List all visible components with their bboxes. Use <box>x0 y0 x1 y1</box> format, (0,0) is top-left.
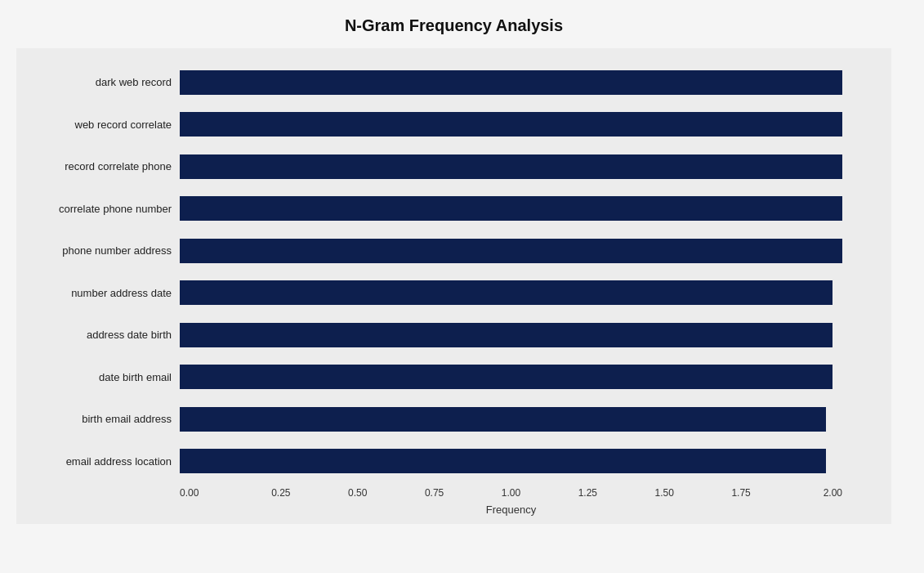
bar-row: email address location <box>180 445 842 477</box>
bar-fill <box>180 112 842 137</box>
bar-track <box>180 323 842 347</box>
bar-row: correlate phone number <box>180 193 842 224</box>
chart-title: N-Gram Frequency Analysis <box>16 16 891 35</box>
bar-label: web record correlate <box>16 119 172 131</box>
bar-track <box>180 154 842 179</box>
bar-row: record correlate phone <box>180 151 842 182</box>
bar-track <box>180 70 842 95</box>
x-tick: 1.00 <box>487 487 536 499</box>
bar-track <box>180 449 842 473</box>
bar-fill <box>180 280 832 305</box>
x-tick: 1.25 <box>563 487 612 499</box>
bar-fill <box>180 70 842 95</box>
bar-row: phone number address <box>180 235 842 266</box>
bar-fill <box>180 407 826 432</box>
bar-label: email address location <box>16 455 172 468</box>
x-tick: 1.75 <box>716 487 766 499</box>
bar-label: record correlate phone <box>16 160 172 172</box>
bar-fill <box>180 196 842 221</box>
bar-label: phone number address <box>16 244 172 257</box>
x-tick: 2.00 <box>793 487 842 499</box>
x-tick: 0.25 <box>257 487 306 499</box>
bars-section: dark web recordweb record correlaterecor… <box>180 61 842 482</box>
x-axis-label: Frequency <box>180 504 842 516</box>
bar-track <box>180 365 842 389</box>
bar-row: dark web record <box>180 67 842 98</box>
bar-row: web record correlate <box>180 109 842 140</box>
bar-track <box>180 239 842 263</box>
chart-area: dark web recordweb record correlaterecor… <box>16 48 891 524</box>
bar-row: birth email address <box>180 404 842 435</box>
bar-row: address date birth <box>180 320 842 351</box>
x-tick: 0.00 <box>180 487 229 499</box>
x-tick: 0.75 <box>410 487 459 499</box>
bar-label: date birth email <box>16 371 172 383</box>
x-tick: 0.50 <box>333 487 382 499</box>
bar-fill <box>180 239 842 263</box>
bar-track <box>180 280 842 305</box>
bar-fill <box>180 154 842 179</box>
x-tick: 1.50 <box>640 487 689 499</box>
bar-label: birth email address <box>16 413 172 425</box>
chart-container: N-Gram Frequency Analysis dark web recor… <box>0 0 924 573</box>
bar-label: address date birth <box>16 329 172 341</box>
bar-fill <box>180 365 832 389</box>
bar-fill <box>180 449 826 473</box>
bar-track <box>180 407 842 432</box>
bar-row: number address date <box>180 277 842 308</box>
x-ticks: 0.000.250.500.751.001.251.501.752.00 <box>180 482 842 499</box>
bar-track <box>180 196 842 221</box>
bar-row: date birth email <box>180 361 842 392</box>
bar-label: dark web record <box>16 76 172 88</box>
bar-fill <box>180 323 832 347</box>
bar-label: number address date <box>16 287 172 299</box>
bar-track <box>180 112 842 137</box>
bar-label: correlate phone number <box>16 203 172 215</box>
x-axis: 0.000.250.500.751.001.251.501.752.00 Fre… <box>180 482 842 516</box>
